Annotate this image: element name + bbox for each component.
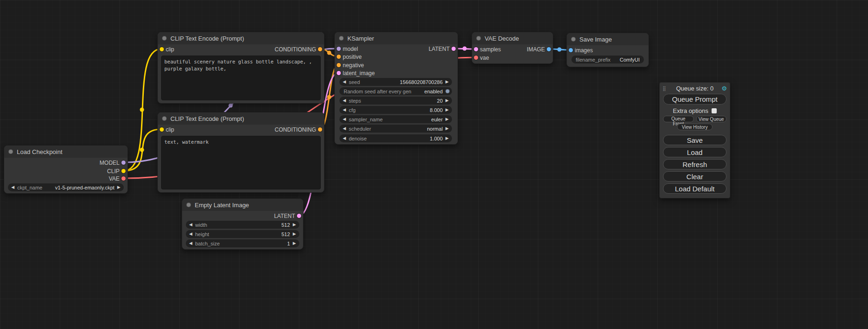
node-title: CLIP Text Encode (Prompt) <box>170 115 244 122</box>
left-arrow-icon[interactable]: ◀ <box>343 80 346 84</box>
filename-prefix-widget[interactable]: filename_prefix ComfyUI <box>572 56 644 63</box>
width-widget[interactable]: ◀ width 512 ▶ <box>186 221 299 229</box>
random-seed-toggle-widget[interactable]: Random seed after every gen enabled <box>339 87 452 95</box>
left-arrow-icon[interactable]: ◀ <box>343 108 346 112</box>
right-arrow-icon[interactable]: ▶ <box>293 223 296 227</box>
input-dot-latent-image[interactable] <box>337 71 341 75</box>
widget-value: 512 <box>282 231 290 237</box>
collapse-dot-icon[interactable] <box>8 149 13 154</box>
left-arrow-icon[interactable]: ◀ <box>343 126 346 131</box>
height-widget[interactable]: ◀ height 512 ▶ <box>186 230 299 238</box>
collapse-dot-icon[interactable] <box>339 36 344 41</box>
collapse-dot-icon[interactable] <box>571 37 576 42</box>
settings-gear-icon[interactable]: ⚙ <box>720 85 727 92</box>
slot-label: CLIP <box>107 168 120 175</box>
left-arrow-icon[interactable]: ◀ <box>189 223 192 227</box>
output-slot-conditioning: CONDITIONING <box>275 46 324 53</box>
collapse-dot-icon[interactable] <box>162 36 167 41</box>
output-dot-latent[interactable] <box>297 214 301 218</box>
batch-size-widget[interactable]: ◀ batch_size 1 ▶ <box>186 239 299 247</box>
collapse-dot-icon[interactable] <box>186 203 191 207</box>
left-arrow-icon[interactable]: ◀ <box>343 117 346 121</box>
collapse-dot-icon[interactable] <box>162 116 167 121</box>
right-arrow-icon[interactable]: ▶ <box>293 232 296 236</box>
node-empty-latent-image[interactable]: Empty Latent Image LATENT ◀ width 512 ▶ … <box>182 198 303 250</box>
output-slot-model: MODEL <box>99 159 127 167</box>
ckpt-name-widget[interactable]: ◀ ckpt_name v1-5-pruned-emaonly.ckpt ▶ <box>8 183 124 191</box>
input-dot-clip[interactable] <box>160 47 164 51</box>
node-clip-text-encode-negative[interactable]: CLIP Text Encode (Prompt) clip CONDITION… <box>157 112 325 193</box>
output-slot-latent: LATENT <box>429 45 458 53</box>
left-arrow-icon[interactable]: ◀ <box>343 98 346 103</box>
right-arrow-icon[interactable]: ▶ <box>445 126 449 131</box>
denoise-widget[interactable]: ◀ denoise 1.000 ▶ <box>339 134 452 142</box>
node-titlebar[interactable]: Save Image <box>567 33 649 45</box>
slot-label: vae <box>480 55 489 61</box>
output-dot-clip[interactable] <box>121 169 126 173</box>
right-arrow-icon[interactable]: ▶ <box>445 117 449 121</box>
right-arrow-icon[interactable]: ▶ <box>293 241 296 245</box>
comfy-menu-panel[interactable]: ⣿ Queue size: 0 ⚙ Queue Prompt Extra opt… <box>659 82 730 198</box>
input-slot-model: model <box>335 45 358 53</box>
right-arrow-icon[interactable]: ▶ <box>445 80 449 84</box>
extra-options-row: Extra options <box>660 107 730 114</box>
node-titlebar[interactable]: VAE Decode <box>472 32 553 44</box>
clear-button[interactable]: Clear <box>663 171 727 182</box>
left-arrow-icon[interactable]: ◀ <box>11 185 14 189</box>
left-arrow-icon[interactable]: ◀ <box>189 241 192 245</box>
node-clip-text-encode-positive[interactable]: CLIP Text Encode (Prompt) clip CONDITION… <box>157 32 325 104</box>
cfg-widget[interactable]: ◀ cfg 8.000 ▶ <box>339 106 452 114</box>
positive-prompt-textarea[interactable]: beautiful scenery nature glass bottle la… <box>161 56 321 100</box>
drag-handle-icon[interactable]: ⣿ <box>663 86 670 91</box>
input-dot-clip[interactable] <box>160 127 164 132</box>
queue-prompt-button[interactable]: Queue Prompt <box>663 94 727 105</box>
input-dot-positive[interactable] <box>337 55 341 59</box>
node-save-image[interactable]: Save Image images filename_prefix ComfyU… <box>566 33 649 67</box>
node-vae-decode[interactable]: VAE Decode samples vae IMAGE <box>472 32 553 64</box>
output-dot-latent[interactable] <box>452 47 456 51</box>
widget-label: denoise <box>349 136 367 141</box>
node-graph-canvas[interactable]: Load Checkpoint MODEL CLIP VAE ◀ ckpt_na… <box>0 0 868 329</box>
node-ksampler[interactable]: KSampler model positive negative latent_… <box>334 32 458 145</box>
input-dot-model[interactable] <box>337 47 341 51</box>
view-queue-button[interactable]: View Queue <box>696 116 727 122</box>
input-dot-images[interactable] <box>569 48 573 52</box>
output-dot-vae[interactable] <box>121 176 126 181</box>
view-history-button[interactable]: View History <box>677 124 713 130</box>
save-button[interactable]: Save <box>663 135 727 145</box>
left-arrow-icon[interactable]: ◀ <box>343 136 346 140</box>
link-midpoint-dot <box>557 48 562 52</box>
output-dot-conditioning[interactable] <box>318 47 322 51</box>
right-arrow-icon[interactable]: ▶ <box>445 136 449 140</box>
left-arrow-icon[interactable]: ◀ <box>189 232 192 236</box>
extra-options-checkbox[interactable] <box>712 108 717 113</box>
node-titlebar[interactable]: CLIP Text Encode (Prompt) <box>158 32 324 44</box>
input-dot-vae[interactable] <box>474 56 478 60</box>
seed-widget[interactable]: ◀ seed 156680208700286 ▶ <box>339 78 452 86</box>
output-dot-model[interactable] <box>121 161 126 165</box>
output-dot-image[interactable] <box>547 47 551 51</box>
right-arrow-icon[interactable]: ▶ <box>445 98 449 103</box>
load-button[interactable]: Load <box>663 147 727 157</box>
negative-prompt-textarea[interactable]: text, watermark <box>161 136 321 189</box>
load-default-button[interactable]: Load Default <box>663 183 727 194</box>
node-titlebar[interactable]: KSampler <box>335 32 458 44</box>
slot-label: samples <box>480 46 501 53</box>
sampler-name-widget[interactable]: ◀ sampler_name euler ▶ <box>339 115 452 123</box>
output-dot-conditioning[interactable] <box>318 127 322 132</box>
input-dot-samples[interactable] <box>474 47 478 51</box>
widget-value: v1-5-pruned-emaonly.ckpt <box>55 185 114 190</box>
node-load-checkpoint[interactable]: Load Checkpoint MODEL CLIP VAE ◀ ckpt_na… <box>4 145 128 194</box>
refresh-button[interactable]: Refresh <box>663 159 727 169</box>
collapse-dot-icon[interactable] <box>476 36 481 41</box>
input-dot-negative[interactable] <box>337 63 341 67</box>
toggle-dot-icon[interactable] <box>445 89 450 93</box>
right-arrow-icon[interactable]: ▶ <box>117 185 120 189</box>
scheduler-widget[interactable]: ◀ scheduler normal ▶ <box>339 125 452 133</box>
node-titlebar[interactable]: Empty Latent Image <box>182 199 303 211</box>
node-titlebar[interactable]: CLIP Text Encode (Prompt) <box>158 112 324 125</box>
node-titlebar[interactable]: Load Checkpoint <box>4 146 127 158</box>
right-arrow-icon[interactable]: ▶ <box>445 108 449 112</box>
queue-front-button[interactable]: Queue Front <box>663 116 694 122</box>
steps-widget[interactable]: ◀ steps 20 ▶ <box>339 97 452 105</box>
